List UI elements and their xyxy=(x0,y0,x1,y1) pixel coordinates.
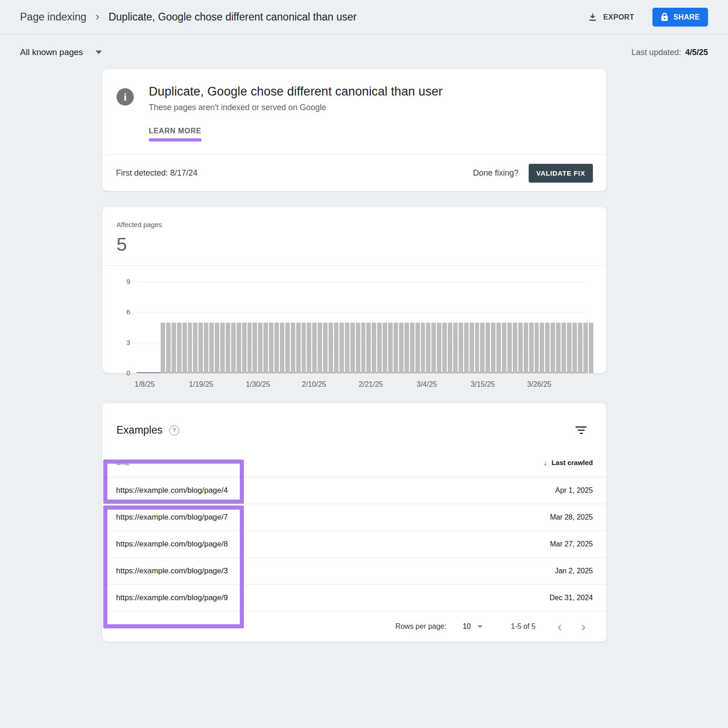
page-scope-dropdown[interactable]: All known pages xyxy=(20,47,102,57)
bar xyxy=(540,323,544,373)
bar xyxy=(470,323,474,373)
rows-per-page-label: Rows per page: xyxy=(395,622,446,631)
rows-per-page-value: 10 xyxy=(463,622,471,631)
bar xyxy=(361,323,366,373)
issue-card-footer: First detected: 8/17/24 Done fixing? VAL… xyxy=(102,155,607,191)
bar xyxy=(404,323,409,373)
bar xyxy=(421,323,425,373)
bar xyxy=(237,323,241,373)
y-axis-tick-label: 9 xyxy=(116,278,130,285)
sort-descending-icon: ↓ xyxy=(544,459,547,466)
table-row[interactable]: https://example.com/blog/page/4Apr 1, 20… xyxy=(102,477,607,504)
bar-series xyxy=(161,323,593,373)
bar xyxy=(513,323,517,373)
bar xyxy=(502,323,506,373)
last-crawled-cell: Jan 2, 2025 xyxy=(555,567,593,575)
table-row[interactable]: https://example.com/blog/page/7Mar 28, 2… xyxy=(102,504,607,531)
learn-more-label: LEARN MORE xyxy=(149,127,202,135)
bar xyxy=(485,323,490,373)
learn-more-link[interactable]: LEARN MORE xyxy=(149,127,202,142)
last-crawled-cell: Apr 1, 2025 xyxy=(555,486,593,495)
help-icon[interactable]: ? xyxy=(169,425,179,435)
x-axis-tick-label: 3/4/25 xyxy=(417,380,437,389)
last-crawled-cell: Mar 28, 2025 xyxy=(550,513,593,521)
bar xyxy=(356,323,360,373)
bar xyxy=(269,323,273,373)
breadcrumb-parent[interactable]: Page indexing xyxy=(20,11,86,23)
table-row[interactable]: https://example.com/blog/page/3Jan 2, 20… xyxy=(102,558,607,585)
bar xyxy=(459,323,463,373)
validate-fix-button[interactable]: VALIDATE FIX xyxy=(529,164,593,182)
bar xyxy=(518,323,523,373)
bar xyxy=(302,323,306,373)
bar xyxy=(339,323,344,373)
examples-header: Examples ? xyxy=(102,403,607,448)
breadcrumb: Page indexing › Duplicate, Google chose … xyxy=(20,10,357,24)
y-axis-tick-label: 6 xyxy=(116,308,130,316)
bar xyxy=(551,323,555,373)
issue-subtitle: These pages aren't indexed or served on … xyxy=(149,103,443,112)
main-content: i Duplicate, Google chose different cano… xyxy=(102,69,607,642)
bar xyxy=(366,323,371,373)
bar xyxy=(285,323,290,373)
bar xyxy=(410,323,415,373)
rows-per-page-dropdown[interactable]: 10 xyxy=(463,622,483,631)
x-axis-tick-label: 2/21/25 xyxy=(359,380,383,389)
bar xyxy=(296,323,301,373)
next-page-button[interactable]: › xyxy=(577,620,589,633)
done-fixing-label: Done fixing? xyxy=(473,168,518,178)
bar xyxy=(329,323,333,373)
bar xyxy=(556,323,561,373)
bar xyxy=(431,323,436,373)
bar xyxy=(572,323,577,373)
examples-table-header: URL ↓ Last crawled xyxy=(102,448,607,477)
bar xyxy=(177,323,182,373)
export-button[interactable]: EXPORT xyxy=(588,12,634,22)
last-updated: Last updated: 4/5/25 xyxy=(632,48,708,57)
previous-page-button[interactable]: ‹ xyxy=(554,620,566,633)
bar xyxy=(372,323,376,373)
breadcrumb-current: Duplicate, Google chose different canoni… xyxy=(108,11,357,23)
chart-card-header: Affected pages 5 xyxy=(102,207,607,265)
bar xyxy=(242,323,247,373)
x-axis-tick-label: 3/26/25 xyxy=(527,380,551,389)
url-cell: https://example.com/blog/page/9 xyxy=(116,593,228,602)
bar xyxy=(529,323,534,373)
bar xyxy=(172,323,176,373)
issue-title: Duplicate, Google chose different canoni… xyxy=(149,85,443,99)
bar xyxy=(437,323,441,373)
bar xyxy=(307,323,311,373)
gridline xyxy=(136,312,586,313)
bar xyxy=(263,323,268,373)
bar xyxy=(220,323,225,373)
annotation-learn-more-highlight xyxy=(149,138,202,142)
bar xyxy=(507,323,512,373)
filter-icon[interactable] xyxy=(574,425,588,436)
bar xyxy=(291,323,295,373)
share-button[interactable]: SHARE xyxy=(652,8,708,26)
x-axis-tick-label: 3/15/25 xyxy=(470,380,495,389)
table-row[interactable]: https://example.com/blog/page/9Dec 31, 2… xyxy=(102,585,607,612)
affected-pages-chart: 03691/8/251/19/251/30/252/10/252/21/253/… xyxy=(136,278,586,373)
last-crawled-column-header[interactable]: ↓ Last crawled xyxy=(544,459,593,466)
bar xyxy=(480,323,485,373)
bar xyxy=(453,323,458,373)
bar xyxy=(578,323,582,373)
url-cell: https://example.com/blog/page/8 xyxy=(116,540,228,549)
last-updated-label: Last updated: xyxy=(632,48,681,57)
bar xyxy=(394,323,398,373)
table-row[interactable]: https://example.com/blog/page/8Mar 27, 2… xyxy=(102,531,607,558)
bar xyxy=(323,323,328,373)
header-actions: EXPORT SHARE xyxy=(588,8,708,26)
bar xyxy=(312,323,317,373)
issue-card: i Duplicate, Google chose different cano… xyxy=(102,69,607,191)
page-scope-label: All known pages xyxy=(20,47,83,57)
top-header: Page indexing › Duplicate, Google chose … xyxy=(0,0,728,35)
download-icon xyxy=(588,12,597,22)
x-axis-tick-label: 1/30/25 xyxy=(246,380,270,389)
bar xyxy=(589,323,593,373)
info-icon: i xyxy=(116,88,134,106)
last-crawled-cell: Dec 31, 2024 xyxy=(550,594,593,602)
chevron-down-icon xyxy=(477,625,483,628)
bar xyxy=(215,323,219,373)
